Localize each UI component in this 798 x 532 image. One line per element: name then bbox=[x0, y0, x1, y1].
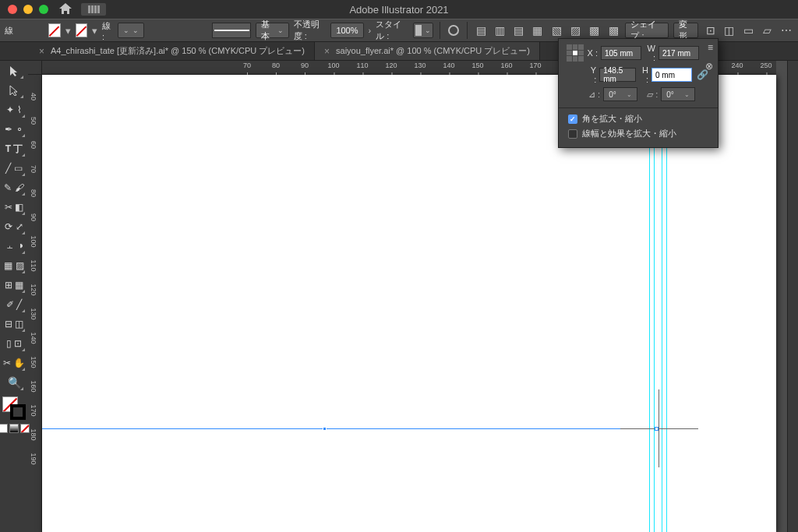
swap-icon-2[interactable]: ▾ bbox=[92, 25, 97, 37]
svg-point-0 bbox=[449, 26, 458, 35]
fill-swatch[interactable] bbox=[48, 23, 60, 37]
align-bottom-icon[interactable]: ▨ bbox=[568, 22, 582, 39]
opacity-label: 不透明度 : bbox=[294, 19, 327, 42]
panel-menu-icon[interactable]: ≡ bbox=[708, 42, 713, 53]
ruler-tick: 170 bbox=[529, 62, 541, 69]
shape-dropdown[interactable]: シェイプ : bbox=[625, 23, 669, 38]
arrange-documents-button[interactable] bbox=[81, 3, 106, 16]
close-icon[interactable]: × bbox=[39, 46, 44, 57]
rotate-value: 0° bbox=[609, 90, 616, 99]
selected-path[interactable] bbox=[42, 428, 671, 429]
anchor-point[interactable] bbox=[655, 427, 659, 431]
mask-icon[interactable]: ◫ bbox=[722, 22, 736, 39]
align-center-h-icon[interactable]: ▥ bbox=[493, 22, 507, 39]
opacity-select[interactable]: 100% bbox=[330, 23, 363, 38]
eyedropper-measure-tool[interactable]: ✐ ╱ bbox=[2, 296, 26, 313]
selection-tool[interactable] bbox=[4, 62, 24, 79]
none-mode-button[interactable] bbox=[20, 424, 30, 433]
ruler-tick: 80 bbox=[272, 62, 280, 69]
home-icon[interactable] bbox=[59, 3, 72, 16]
color-mode-row bbox=[0, 424, 30, 433]
ruler-tick: 190 bbox=[30, 453, 37, 464]
align-center-v-icon[interactable]: ▧ bbox=[549, 22, 563, 39]
ruler-tick: 40 bbox=[30, 93, 37, 100]
close-window-button[interactable] bbox=[8, 5, 17, 14]
window-controls bbox=[0, 5, 48, 14]
stroke-weight-select[interactable]: ⌄⌄ bbox=[118, 23, 144, 38]
isolate-icon[interactable]: ⊡ bbox=[703, 22, 717, 39]
options-icon[interactable]: ⋯ bbox=[779, 22, 793, 39]
scrollbar-vertical[interactable] bbox=[787, 61, 798, 532]
fill-stroke-control[interactable] bbox=[2, 396, 26, 420]
brush-blob-tool[interactable]: ✎ 🖌 bbox=[2, 179, 26, 196]
maximize-window-button[interactable] bbox=[39, 5, 48, 14]
y-label: Y : bbox=[587, 65, 596, 84]
crop-icon[interactable]: ▱ bbox=[760, 22, 774, 39]
type-tool[interactable]: T 丁 bbox=[2, 140, 26, 157]
ruler-tick: 110 bbox=[356, 62, 368, 69]
document-tab-1[interactable]: × A4_chirashi_tate [更新済み].ai* @ 150 % (C… bbox=[30, 42, 315, 60]
stroke-partial-label: 線 bbox=[5, 25, 13, 37]
ruler-tick: 170 bbox=[30, 404, 37, 416]
rotate-select[interactable]: 0°⌄ bbox=[603, 87, 637, 101]
constrain-proportions-icon[interactable]: ⊗ bbox=[704, 61, 715, 72]
chevron-right-icon[interactable]: › bbox=[369, 26, 372, 35]
align-left-icon[interactable]: ▤ bbox=[474, 22, 488, 39]
shear-select[interactable]: 0°⌄ bbox=[661, 87, 695, 101]
checkbox-checked-icon: ✓ bbox=[568, 115, 577, 124]
pen-curvature-tool[interactable]: ✒ ⚬ bbox=[2, 121, 26, 138]
ruler-vertical[interactable]: 4050607080901001101201301401501601701801… bbox=[28, 75, 42, 532]
graph-artboard-tool[interactable]: ▯ ⊡ bbox=[2, 335, 26, 352]
ruler-tick: 70 bbox=[30, 165, 37, 173]
mesh-gradient-tool[interactable]: ⊞ ▦ bbox=[2, 277, 26, 294]
line-rectangle-tool[interactable]: ╱ ▭ bbox=[2, 160, 26, 177]
w-field[interactable]: 217 mm bbox=[659, 46, 699, 60]
y-field[interactable]: 148.5 mm bbox=[599, 68, 636, 82]
ruler-tick: 110 bbox=[30, 259, 37, 271]
graphic-style-select[interactable]: ⌄ bbox=[413, 23, 433, 38]
stroke-swatch[interactable] bbox=[76, 23, 87, 37]
swap-icon[interactable]: ▾ bbox=[65, 25, 71, 37]
transform-dropdown[interactable]: 変形 bbox=[673, 23, 698, 38]
w-label: W : bbox=[644, 44, 655, 62]
tool-panel: ✦ ⌇ ✒ ⚬ T 丁 ╱ ▭ ✎ 🖌 ✂ ◧ ⟳ ⤢ ⫠ ◗ ▦ ▨ ⊞ ▦ … bbox=[0, 61, 28, 532]
shape-builder-tool[interactable]: ▦ ▨ bbox=[2, 257, 26, 274]
gradient-mode-button[interactable] bbox=[9, 424, 19, 433]
slice-hand-tool[interactable]: ✂ ✋ bbox=[2, 354, 26, 372]
h-field[interactable] bbox=[651, 68, 692, 82]
ruler-tick: 250 bbox=[760, 62, 772, 69]
basic-label: 基本 bbox=[261, 19, 274, 42]
distribute-v-icon[interactable]: ▩ bbox=[606, 22, 620, 39]
zoom-tool[interactable]: 🔍 bbox=[4, 374, 24, 391]
blend-symbol-tool[interactable]: ⊟ ◫ bbox=[2, 315, 26, 333]
envelope-icon[interactable]: ▭ bbox=[741, 22, 755, 39]
x-field[interactable]: 105 mm bbox=[601, 46, 641, 60]
magic-wand-lasso-tool[interactable]: ✦ ⌇ bbox=[2, 101, 26, 118]
basic-brush-select[interactable]: 基本⌄ bbox=[256, 23, 288, 38]
document-tab-2[interactable]: × saiyou_flyer.ai* @ 100 % (CMYK/CPU プレビ… bbox=[315, 42, 540, 60]
ruler-tick: 80 bbox=[30, 189, 37, 197]
style-label: スタイル : bbox=[376, 19, 408, 42]
align-top-icon[interactable]: ▦ bbox=[531, 22, 545, 39]
stroke-color-icon[interactable] bbox=[10, 404, 26, 420]
anchor-point[interactable] bbox=[323, 427, 327, 431]
close-icon[interactable]: × bbox=[324, 46, 330, 57]
recolor-icon[interactable] bbox=[447, 22, 461, 39]
ruler-tick: 130 bbox=[414, 62, 425, 69]
color-mode-button[interactable] bbox=[0, 424, 8, 433]
width-warp-tool[interactable]: ⫠ ◗ bbox=[2, 238, 26, 255]
scale-strokes-checkbox[interactable]: 線幅と効果を拡大・縮小 bbox=[568, 128, 710, 139]
scale-corners-checkbox[interactable]: ✓ 角を拡大・縮小 bbox=[568, 113, 710, 125]
direct-selection-tool[interactable] bbox=[4, 82, 24, 99]
rotate-scale-tool[interactable]: ⟳ ⤢ bbox=[2, 218, 26, 235]
ruler-origin[interactable] bbox=[28, 61, 42, 75]
ruler-tick: 150 bbox=[471, 62, 483, 69]
align-right-icon[interactable]: ▤ bbox=[512, 22, 526, 39]
minimize-window-button[interactable] bbox=[23, 5, 33, 14]
ruler-tick: 50 bbox=[30, 117, 37, 125]
distribute-h-icon[interactable]: ▩ bbox=[588, 22, 602, 39]
brush-preview[interactable] bbox=[212, 23, 251, 38]
shaper-eraser-tool[interactable]: ✂ ◧ bbox=[2, 199, 26, 216]
divider bbox=[467, 22, 468, 39]
reference-point-grid[interactable] bbox=[567, 44, 584, 62]
